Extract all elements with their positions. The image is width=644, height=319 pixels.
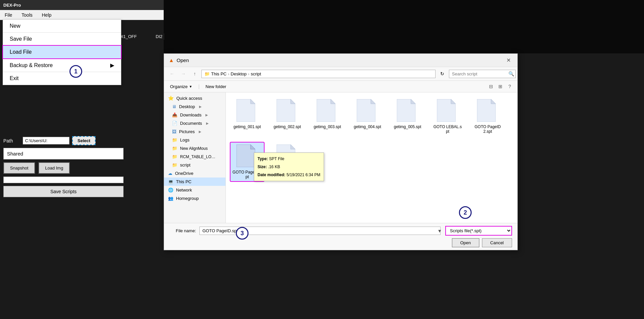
sidebar-item-onedrive[interactable]: ☁ OneDrive <box>164 169 225 178</box>
file-item-getimg002[interactable]: getimg_002.spt <box>271 97 304 136</box>
file-tooltip: Type: SPT File Size: .16 KB Date modifie… <box>254 152 324 181</box>
view-help-button[interactable]: ? <box>505 82 514 91</box>
menu-item-backup-restore[interactable]: Backup & Restore ▶ <box>3 59 121 72</box>
up-arrow-icon: ↑ <box>194 71 196 76</box>
file-name-getimg005: getimg_005.spt <box>394 124 421 129</box>
logs-folder-icon: 📁 <box>172 137 177 142</box>
filename-dropdown-icon[interactable]: ▼ <box>437 228 442 234</box>
refresh-button[interactable]: ↻ <box>438 69 447 78</box>
menu-item-load-file[interactable]: Load File <box>3 46 121 58</box>
sidebar-item-homegroup[interactable]: 👥 Homegroup <box>164 194 225 203</box>
nav-forward-button[interactable]: → <box>179 69 188 78</box>
documents-arrow: ▶ <box>206 121 209 125</box>
sidebar-item-downloads[interactable]: 📥 Downloads ▶ <box>164 111 225 119</box>
file-item-goto-pageid[interactable]: GOTO PageID.spt Type: SPT File Size: .16… <box>230 142 264 181</box>
svg-marker-9 <box>411 99 416 104</box>
file-icon-getimg001 <box>236 99 258 123</box>
folder-icon: 📁 <box>204 71 210 76</box>
sidebar-item-network[interactable]: 🌐 Network <box>164 186 225 194</box>
sidebar-item-logs[interactable]: 📁 Logs <box>164 136 225 144</box>
onedrive-icon: ☁ <box>168 171 172 176</box>
sidebar-item-this-pc[interactable]: 💻 This PC <box>164 178 225 186</box>
sidebar-label-downloads: Downloads <box>180 112 201 117</box>
breadcrumb-sep-1: › <box>228 71 229 76</box>
file-icon-goto-pageid2 <box>477 99 498 123</box>
sidebar-item-pictures[interactable]: 🖼 Pictures ▶ <box>164 127 225 136</box>
downloads-folder-icon: 📥 <box>172 112 177 117</box>
organize-dropdown-icon: ▼ <box>189 85 192 88</box>
shared-box: Shared <box>3 148 124 160</box>
documents-folder-icon: 📄 <box>172 121 177 126</box>
action-buttons-row: Snapshot Load Img <box>3 162 160 174</box>
sidebar-item-rcm-table[interactable]: 📁 RCM_TABLE_LO… <box>164 152 225 161</box>
homegroup-icon: 👥 <box>168 196 173 201</box>
file-grid: getimg_001.spt getimg_002.spt <box>229 96 514 183</box>
nav-back-button[interactable]: ← <box>167 69 177 78</box>
open-button[interactable]: Open <box>452 238 479 247</box>
select-button[interactable]: Select <box>72 136 96 145</box>
menu-item-exit[interactable]: Exit <box>3 72 121 85</box>
menu-help[interactable]: Help <box>37 11 56 19</box>
di2-label: DI2 <box>154 33 164 40</box>
breadcrumb-bar[interactable]: 📁 This PC › Desktop › script <box>201 70 436 78</box>
search-input[interactable] <box>449 70 516 78</box>
filename-label: File name: <box>169 228 196 233</box>
file-item-getimg003[interactable]: getimg_003.spt <box>311 97 344 136</box>
menu-tools[interactable]: Tools <box>17 11 37 19</box>
file-svg-getimg002 <box>277 99 295 122</box>
back-arrow-icon: ← <box>170 71 174 76</box>
save-scripts-button[interactable]: Save Scripts <box>3 186 124 197</box>
file-item-getimg001[interactable]: getimg_001.spt <box>230 97 264 136</box>
load-img-button[interactable]: Load Img <box>38 162 70 174</box>
menu-item-save-file[interactable]: Save File <box>3 33 121 45</box>
view-icon-button[interactable]: ⊟ <box>487 82 495 91</box>
view-grid-button[interactable]: ⊞ <box>496 82 505 91</box>
file-icon-getimg002 <box>277 99 298 123</box>
file-item-getimg005[interactable]: getimg_005.spt <box>391 97 424 136</box>
svg-marker-13 <box>491 99 496 104</box>
path-input[interactable] <box>23 137 69 144</box>
pictures-folder-icon: 🖼 <box>172 129 176 134</box>
filename-row: File name: ▼ Scripts file(*.spt) <box>169 226 512 236</box>
dialog-toolbar: Organize ▼ | New folder ⊟ ⊞ ? <box>164 81 517 92</box>
progress-bar <box>3 177 124 183</box>
breadcrumb-part-1: This PC <box>211 71 226 76</box>
nav-up-button[interactable]: ↑ <box>190 69 199 78</box>
new-folder-button[interactable]: New folder <box>203 83 229 90</box>
breadcrumb-part-2: Desktop <box>231 71 247 76</box>
sidebar-label-rcm-table: RCM_TABLE_LO… <box>180 154 215 159</box>
tooltip-type-row: Type: SPT File <box>258 155 320 163</box>
snapshot-button[interactable]: Snapshot <box>3 162 35 174</box>
file-item-goto-lebal[interactable]: GOTO LEBAL.spt <box>431 97 464 136</box>
file-icon-getimg004 <box>357 99 378 123</box>
file-name-goto-pageid2: GOTO PageID 2.spt <box>473 124 502 134</box>
sidebar-label-quick-access: Quick access <box>176 96 202 101</box>
search-icon: 🔍 <box>508 71 514 76</box>
svg-marker-7 <box>371 99 375 104</box>
file-item-getimg004[interactable]: getimg_004.spt <box>351 97 384 136</box>
dialog-close-button[interactable]: ✕ <box>504 56 513 64</box>
dialog-title: ▲ Open <box>169 57 189 63</box>
menu-item-new[interactable]: New <box>3 20 121 32</box>
annotation-circle-1: 1 <box>69 65 82 78</box>
sidebar-item-new-align[interactable]: 📁 New AlignMous <box>164 144 225 152</box>
organize-button[interactable]: Organize ▼ <box>167 83 195 90</box>
file-item-goto-pageid2[interactable]: GOTO PageID 2.spt <box>471 97 504 136</box>
filetype-select[interactable]: Scripts file(*.spt) <box>445 226 512 236</box>
sidebar-item-documents[interactable]: 📄 Documents ▶ <box>164 119 225 127</box>
dialog-title-bar: ▲ Open ✕ <box>164 54 517 67</box>
cancel-button[interactable]: Cancel <box>482 238 512 247</box>
sidebar-item-desktop[interactable]: 🖥 Desktop ▶ <box>164 102 225 111</box>
dialog-bottom: File name: ▼ Scripts file(*.spt) Open Ca… <box>164 223 517 250</box>
menu-file[interactable]: File <box>0 11 17 19</box>
sidebar-label-onedrive: OneDrive <box>175 171 193 176</box>
svg-marker-15 <box>251 144 255 149</box>
sidebar-label-desktop: Desktop <box>179 104 195 109</box>
new-align-folder-icon: 📁 <box>172 146 177 151</box>
desktop-arrow: ▶ <box>199 105 202 108</box>
rcm-folder-icon: 📁 <box>172 154 177 159</box>
file-name-getimg003: getimg_003.spt <box>314 124 341 129</box>
sidebar-item-quick-access[interactable]: ⭐ Quick access <box>164 94 225 102</box>
dialog-actions: Open Cancel <box>169 238 512 247</box>
sidebar-item-script[interactable]: 📁 script <box>164 161 225 169</box>
